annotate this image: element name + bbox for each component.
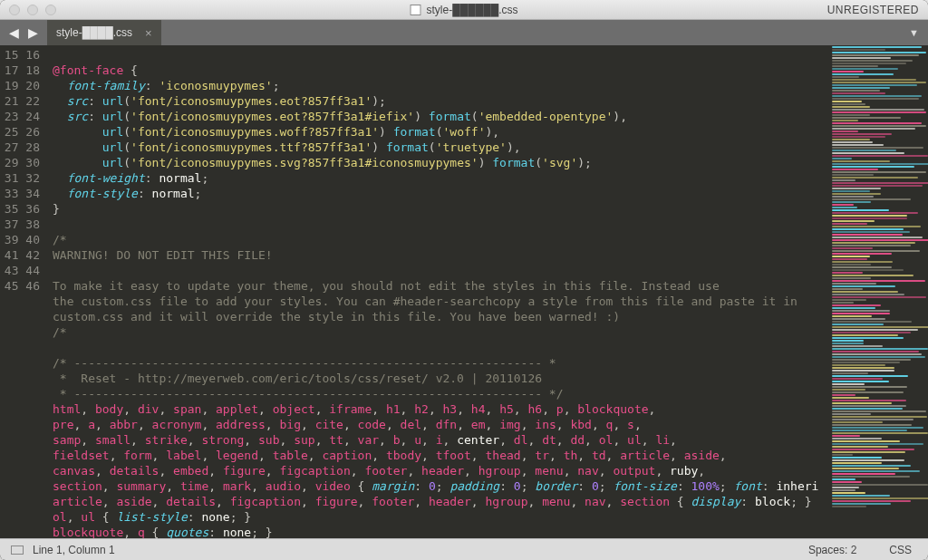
tab-bar: ◀ ▶ style-████.css × ▼ (0, 20, 928, 45)
nav-history: ◀ ▶ (0, 20, 47, 45)
window-title: style-██████.css (410, 4, 517, 16)
code-view[interactable]: @font-face { font-family: 'iconosmuypyme… (49, 45, 828, 538)
line-gutter[interactable]: 15 16 17 18 19 20 21 22 23 24 25 26 27 2… (0, 45, 49, 538)
editor-window: style-██████.css UNREGISTERED ◀ ▶ style-… (0, 0, 928, 560)
tab-filename: style-████.css (56, 26, 132, 39)
nav-back-icon[interactable]: ◀ (9, 25, 19, 40)
tab-close-icon[interactable]: × (145, 26, 152, 40)
minimap[interactable] (828, 45, 928, 538)
tab-active[interactable]: style-████.css × (47, 20, 161, 45)
status-position[interactable]: Line 1, Column 1 (33, 544, 131, 556)
close-window-icon[interactable] (9, 5, 20, 15)
chevron-down-icon: ▼ (909, 27, 919, 38)
panel-switch-icon[interactable] (11, 546, 24, 555)
registration-label: UNREGISTERED (827, 4, 919, 16)
editor-area: 15 16 17 18 19 20 21 22 23 24 25 26 27 2… (0, 45, 928, 538)
status-indent[interactable]: Spaces: 2 (792, 544, 873, 556)
zoom-window-icon[interactable] (45, 5, 56, 15)
status-syntax[interactable]: CSS (873, 544, 928, 556)
nav-forward-icon[interactable]: ▶ (28, 25, 38, 40)
status-bar: Line 1, Column 1 Spaces: 2 CSS (0, 538, 928, 560)
file-icon (410, 5, 420, 15)
tab-menu[interactable]: ▼ (909, 20, 928, 45)
minimize-window-icon[interactable] (27, 5, 38, 15)
titlebar[interactable]: style-██████.css UNREGISTERED (0, 0, 928, 20)
traffic-lights (0, 5, 56, 15)
window-filename: style-██████.css (426, 4, 517, 16)
